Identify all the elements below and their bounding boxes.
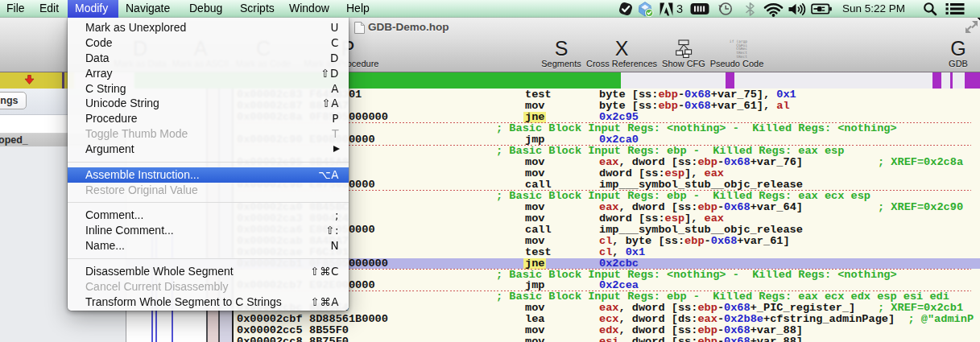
mnemonic-field[interactable]: jne: [525, 258, 544, 270]
menu-shortcut: T: [332, 126, 339, 142]
nav-segment: [726, 72, 734, 89]
menu-item-inline-comment[interactable]: Inline Comment...⇧:: [68, 223, 349, 238]
menu-separator: [68, 253, 349, 264]
operands-field[interactable]: edx, dword [ss:ebp-0x68+var_88]: [599, 325, 803, 336]
mnemonic-field[interactable]: mov: [525, 213, 544, 225]
toolbar-item-pseudo-code[interactable]: if (argpCGPoiCGRectRecttRectPseudo Code: [680, 39, 793, 68]
menu-shortcut: ⇧⌘A: [310, 295, 339, 310]
operands-field[interactable]: dword [ss:esp], eax: [599, 213, 724, 225]
dropbox-icon[interactable]: [637, 0, 654, 18]
menubar-item-debug[interactable]: Debug: [189, 0, 222, 18]
background-window-corner: [977, 18, 980, 20]
operands-field[interactable]: byte [ss:ebp-0x68+var_61], al: [599, 101, 790, 112]
mnemonic-field[interactable]: mov: [525, 325, 544, 336]
toolbar-item-gdb[interactable]: GGDB: [902, 39, 980, 68]
spotlight-icon[interactable]: [923, 0, 937, 18]
address-field[interactable]: 0x00002cbf: [237, 314, 303, 325]
operands-field[interactable]: byte [ss:ebp-0x68+var_75], 0x1: [599, 89, 796, 101]
basic-block-comment: ; Basic Block Input Regs: ebp - Killed R…: [496, 146, 844, 157]
mnemonic-field[interactable]: test: [525, 247, 552, 258]
menu-item-transform-whole-segment-to-c-strings[interactable]: Transform Whole Segment to C Strings⇧⌘A: [68, 295, 349, 310]
adobe-icon[interactable]: [659, 0, 674, 18]
mnemonic-field[interactable]: lea: [525, 314, 544, 325]
menu-item-c-string[interactable]: C StringA: [68, 81, 349, 97]
menu-item-argument[interactable]: Argument: [68, 142, 349, 157]
volume-icon[interactable]: [788, 0, 807, 18]
mnemonic-field[interactable]: test: [525, 89, 552, 101]
mnemonic-field[interactable]: mov: [525, 336, 544, 342]
menubar-item-help[interactable]: Help: [346, 0, 370, 18]
mnemonic-field[interactable]: mov: [525, 236, 544, 247]
time-machine-icon[interactable]: [717, 0, 734, 18]
menu-item-mark-as-unexplored[interactable]: Mark as UnexploredU: [68, 20, 349, 35]
wifi-icon[interactable]: [763, 0, 784, 18]
mnemonic-field[interactable]: mov: [525, 202, 544, 213]
menu-item-data[interactable]: DataD: [68, 51, 349, 66]
address-field[interactable]: 0x00002cc8: [237, 336, 303, 342]
operands-field[interactable]: cl, byte [ss:ebp-0x68+var_61]: [599, 236, 790, 247]
menubar-item-navigate[interactable]: Navigate: [126, 0, 170, 18]
mnemonic-field[interactable]: mov: [525, 168, 544, 179]
mnemonic-field[interactable]: mov: [525, 303, 544, 314]
listing-instruction-row[interactable]: 0x00002cc88B75F0movesi, dword [ss:ebp-0x…: [126, 336, 980, 342]
operands-field[interactable]: imp___symbol_stub__objc_release: [599, 179, 803, 191]
address-field[interactable]: 0x00002cc5: [237, 325, 303, 336]
menu-shortcut: ⇧A: [321, 96, 339, 111]
xref-comment[interactable]: ; XREF=0x2c90: [878, 202, 963, 213]
operands-field[interactable]: eax, dword [ss:ebp-0x68+_PIC_register_]: [599, 303, 855, 314]
mnemonic-field[interactable]: jmp: [525, 280, 544, 291]
mnemonic-field[interactable]: jmp: [525, 134, 544, 146]
operands-field[interactable]: cl, 0x1: [599, 247, 645, 258]
xref-comment[interactable]: ; XREF=0x2c8a: [878, 157, 963, 168]
operands-field[interactable]: imp___symbol_stub__objc_release: [599, 225, 803, 236]
nav-segment: [932, 72, 941, 89]
fullscreen-icon[interactable]: [965, 20, 978, 34]
mnemonic-field[interactable]: call: [525, 225, 552, 236]
operands-field[interactable]: eax, dword [ss:ebp-0x68+var_76]: [599, 157, 803, 168]
listing-instruction-row[interactable]: 0x00002cbf8D88561B0000leaecx, dword [ds:…: [126, 314, 980, 325]
window-title: GDB-Demo.hop: [368, 21, 449, 33]
menu-item-comment[interactable]: Comment...;: [68, 208, 349, 223]
menubar-item-scripts[interactable]: Scripts: [240, 0, 275, 18]
operands-field[interactable]: 0x2ca0: [599, 134, 639, 146]
menubar-item-edit[interactable]: Edit: [39, 0, 59, 18]
keyboard-battery-icon[interactable]: [690, 0, 709, 18]
operands-field[interactable]: 0x2cbc: [599, 258, 639, 270]
mnemonic-field[interactable]: jne: [525, 112, 544, 123]
opcode-bytes-field[interactable]: 8B55F0: [309, 325, 349, 336]
notification-center-icon[interactable]: [945, 0, 965, 18]
menu-item-array[interactable]: Array⇧D: [68, 66, 349, 81]
operands-field[interactable]: eax, dword [ss:ebp-0x68+var_64]: [599, 202, 803, 213]
mnemonic-field[interactable]: call: [525, 179, 552, 191]
menu-item-assemble-instruction[interactable]: Assemble Instruction...⌥A: [68, 167, 349, 183]
nav-segment: [950, 72, 953, 89]
menu-item-code[interactable]: CodeC: [68, 35, 349, 51]
xref-comment[interactable]: ; XREF=0x2cb1: [878, 303, 963, 314]
menubar-item-modify[interactable]: Modify: [75, 0, 108, 18]
menu-item-disassemble-whole-segment[interactable]: Disassemble Whole Segment⇧⌘C: [68, 264, 349, 279]
strings-tab-button[interactable]: Strings: [0, 92, 27, 109]
opcode-bytes-field[interactable]: 8B75F0: [309, 336, 349, 342]
operands-field[interactable]: esi, dword [ss:ebp-0x68+var_88]: [599, 336, 803, 342]
check-badge-icon[interactable]: [618, 0, 634, 18]
battery-icon[interactable]: [811, 0, 833, 18]
operands-field[interactable]: dword [ss:esp], eax: [599, 168, 724, 179]
opcode-bytes-field[interactable]: 8D88561B0000: [309, 314, 388, 325]
menu-item-unicode-string[interactable]: Unicode String⇧A: [68, 96, 349, 111]
menubar-item-file[interactable]: File: [6, 0, 25, 18]
toolbar-letter-icon: G: [902, 39, 980, 58]
operands-field[interactable]: 0x2c95: [599, 112, 639, 123]
menu-item-name[interactable]: Name...N: [68, 238, 349, 253]
mnemonic-field[interactable]: mov: [525, 101, 544, 112]
bluetooth-icon[interactable]: [745, 0, 755, 18]
adobe-count[interactable]: 3: [676, 0, 683, 18]
mnemonic-field[interactable]: mov: [525, 157, 544, 168]
menu-bar-clock[interactable]: Sun 5:22 PM: [842, 0, 905, 18]
operands-field[interactable]: ecx, dword [ds:eax-0x2b8e+cfstring_admin…: [599, 314, 974, 325]
menubar-item-window[interactable]: Window: [289, 0, 329, 18]
menu-item-procedure[interactable]: ProcedureP: [68, 111, 349, 126]
menu-shortcut: U: [331, 20, 339, 35]
operands-field[interactable]: 0x2cea: [599, 280, 639, 291]
document-icon: [354, 21, 366, 35]
listing-instruction-row[interactable]: 0x00002cc58B55F0movedx, dword [ss:ebp-0x…: [126, 325, 980, 336]
